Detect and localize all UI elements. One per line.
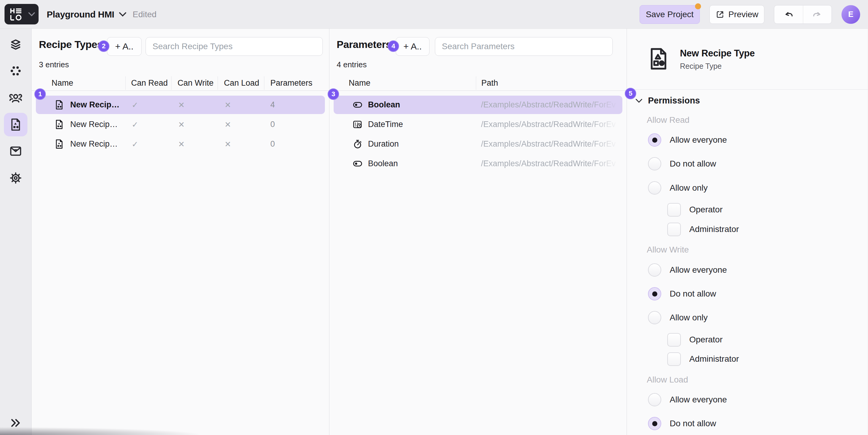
parameter-path: /Examples/Abstract/ReadWrite/ForEv <box>481 115 623 134</box>
toggle-icon <box>352 99 363 110</box>
radio-allow-everyone[interactable]: Allow everyone <box>648 393 727 406</box>
sidebar-item-users[interactable] <box>4 86 27 110</box>
allow-write-label: Allow Write <box>647 245 689 256</box>
parameter-path: /Examples/Abstract/ReadWrite/ForEv <box>481 135 623 153</box>
app-logo-menu[interactable] <box>4 4 38 24</box>
parameters-entry-count: 4 entries <box>337 60 367 69</box>
save-project-button[interactable]: Save Project <box>640 5 700 24</box>
allow-read-label: Allow Read <box>647 115 689 126</box>
mail-icon <box>9 144 23 158</box>
external-link-icon <box>715 10 724 19</box>
layers-icon <box>9 38 23 52</box>
allow-load-label: Allow Load <box>647 375 688 386</box>
stopwatch-icon <box>352 139 363 149</box>
column-divider <box>218 76 218 90</box>
sidebar-item-components[interactable] <box>4 59 27 83</box>
sidebar-item-recipes[interactable] <box>4 113 27 136</box>
checkbox-administrator[interactable]: Administrator <box>667 223 739 236</box>
details-subtitle: Recipe Type <box>680 62 722 70</box>
chevron-down-icon <box>635 98 643 103</box>
details-header-divider <box>627 89 868 90</box>
column-header-can-read[interactable]: Can Read <box>131 76 168 90</box>
radio-do-not-allow[interactable]: Do not allow <box>648 287 716 300</box>
parameter-name: Duration <box>368 135 399 153</box>
radio-allow-everyone[interactable]: Allow everyone <box>648 133 727 147</box>
parameters-search-input[interactable] <box>435 37 613 56</box>
sidebar-item-mail[interactable] <box>4 139 27 163</box>
radio-icon <box>648 417 661 430</box>
parameter-path: /Examples/Abstract/ReadWrite/ForEv <box>481 96 623 114</box>
can-write-mark: ✕ <box>178 115 185 134</box>
radio-allow-only[interactable]: Allow only <box>648 311 708 324</box>
sidebar-item-settings[interactable] <box>4 166 27 190</box>
column-divider <box>476 76 476 90</box>
recipe-file-icon <box>54 139 64 149</box>
parameter-row[interactable]: Boolean /Examples/Abstract/ReadWrite/For… <box>334 96 622 114</box>
recipe-file-icon <box>54 119 64 130</box>
double-chevron-right-icon <box>10 417 22 429</box>
sidebar-expand-button[interactable] <box>4 411 27 435</box>
recipe-type-row[interactable]: New Recip… ✓ ✕ ✕ 0 <box>36 135 325 153</box>
checkbox-icon <box>667 203 681 216</box>
parameter-count: 4 <box>270 96 275 114</box>
radio-icon <box>648 263 661 277</box>
can-load-mark: ✕ <box>224 96 231 114</box>
permissions-section-toggle[interactable]: Permissions <box>635 96 700 106</box>
radio-icon <box>648 181 661 195</box>
column-header-path[interactable]: Path <box>481 76 498 90</box>
recipe-type-row[interactable]: New Recip… ✓ ✕ ✕ 4 <box>36 96 325 114</box>
parameter-name: Boolean <box>368 96 400 114</box>
radio-icon <box>648 157 661 170</box>
undo-button[interactable] <box>774 5 803 24</box>
sidebar-item-layers[interactable] <box>4 33 27 57</box>
radio-do-not-allow[interactable]: Do not allow <box>648 417 716 430</box>
table-header-divider <box>32 90 329 91</box>
sidebar <box>0 29 32 435</box>
project-name-dropdown[interactable]: Playground HMI <box>47 0 126 29</box>
parameter-row[interactable]: Boolean /Examples/Abstract/ReadWrite/For… <box>334 154 622 173</box>
parameter-row[interactable]: Duration /Examples/Abstract/ReadWrite/Fo… <box>334 135 622 153</box>
datetime-icon <box>352 119 363 130</box>
can-read-mark: ✓ <box>132 135 138 153</box>
can-write-mark: ✕ <box>178 96 185 114</box>
add-recipe-type-button[interactable]: + A.. <box>107 37 142 56</box>
undo-redo-group <box>774 5 832 24</box>
annotation-badge-2: 2 <box>98 40 110 52</box>
dots-grid-icon <box>9 64 23 78</box>
parameter-path: /Examples/Abstract/ReadWrite/ForEv <box>481 154 623 173</box>
details-title: New Recipe Type <box>680 48 755 59</box>
column-header-name[interactable]: Name <box>349 76 370 90</box>
user-avatar[interactable]: E <box>841 5 860 24</box>
radio-icon <box>648 311 661 324</box>
checkbox-operator[interactable]: Operator <box>667 333 723 346</box>
chevron-down-icon <box>28 12 35 16</box>
radio-icon <box>648 133 661 147</box>
checkbox-administrator[interactable]: Administrator <box>667 352 739 366</box>
column-header-parameters[interactable]: Parameters <box>270 76 313 90</box>
recipe-type-name: New Recip… <box>70 115 118 134</box>
column-header-can-write[interactable]: Can Write <box>178 76 214 90</box>
recipe-types-search-input[interactable] <box>146 37 323 56</box>
column-header-can-load[interactable]: Can Load <box>224 76 259 90</box>
radio-allow-everyone[interactable]: Allow everyone <box>648 263 727 277</box>
preview-button[interactable]: Preview <box>710 5 764 24</box>
gear-icon <box>9 171 23 185</box>
can-read-mark: ✓ <box>132 96 138 114</box>
radio-allow-only[interactable]: Allow only <box>648 181 708 195</box>
annotation-badge-4: 4 <box>388 40 399 52</box>
details-panel: New Recipe Type Recipe Type Permissions … <box>627 29 868 435</box>
recipe-types-entry-count: 3 entries <box>39 60 69 69</box>
table-header-divider <box>330 90 627 91</box>
parameter-row[interactable]: DateTime /Examples/Abstract/ReadWrite/Fo… <box>334 115 622 134</box>
parameter-name: DateTime <box>368 115 403 134</box>
column-header-name[interactable]: Name <box>52 76 73 90</box>
radio-icon <box>648 287 661 300</box>
recipe-type-row[interactable]: New Recip… ✓ ✕ ✕ 0 <box>36 115 325 134</box>
redo-button[interactable] <box>803 5 832 24</box>
checkbox-operator[interactable]: Operator <box>667 203 723 216</box>
add-parameter-button[interactable]: + A.. <box>396 37 430 56</box>
recipe-types-title: Recipe Types <box>39 39 103 50</box>
recipe-types-table-header: Name Can Read Can Write Can Load Paramet… <box>32 76 329 90</box>
radio-do-not-allow[interactable]: Do not allow <box>648 157 716 170</box>
annotation-badge-5: 5 <box>625 88 636 99</box>
